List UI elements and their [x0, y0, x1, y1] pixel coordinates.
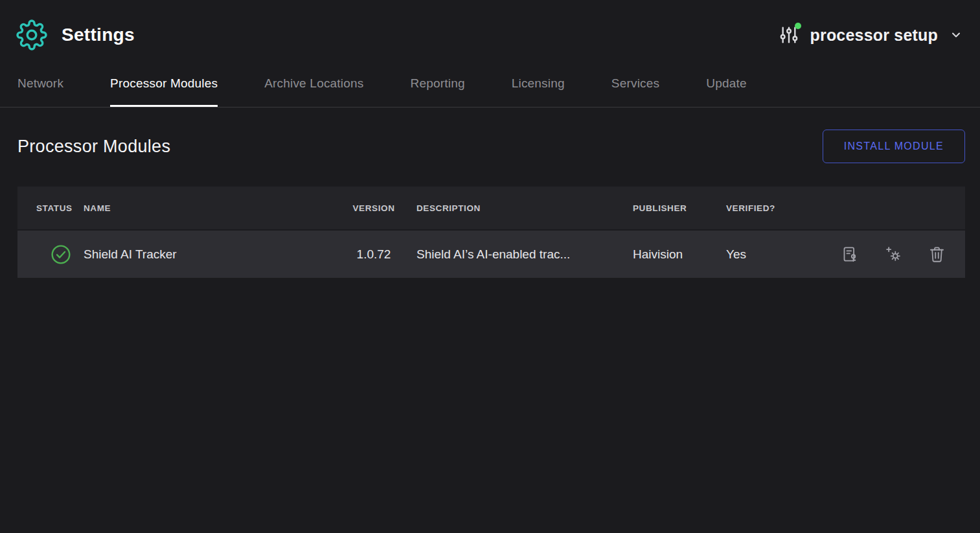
install-module-button[interactable]: INSTALL MODULE	[823, 130, 965, 163]
online-status-dot	[795, 23, 801, 29]
column-header-status: STATUS	[17, 203, 84, 213]
column-header-publisher: PUBLISHER	[633, 203, 726, 213]
header: Settings processor setup	[0, 0, 980, 67]
table-row: Shield AI Tracker 1.0.72 Shield AI’s AI-…	[17, 231, 965, 278]
tab-network[interactable]: Network	[17, 76, 63, 107]
processor-setup-label: processor setup	[810, 26, 938, 45]
settings-gear-icon	[16, 19, 47, 51]
module-actions	[841, 245, 965, 263]
module-version: 1.0.72	[348, 247, 400, 262]
page-head: Processor Modules INSTALL MODULE	[0, 108, 980, 163]
tab-reporting[interactable]: Reporting	[411, 76, 465, 107]
trash-icon[interactable]	[928, 245, 946, 263]
settings-tabs: Network Processor Modules Archive Locati…	[0, 67, 980, 108]
tab-update[interactable]: Update	[706, 76, 746, 107]
module-name: Shield AI Tracker	[84, 247, 348, 262]
tab-archive-locations[interactable]: Archive Locations	[264, 76, 363, 107]
module-settings-icon[interactable]	[885, 245, 902, 263]
table-header-row: STATUS NAME VERSION DESCRIPTION PUBLISHE…	[17, 187, 965, 231]
column-header-description: DESCRIPTION	[416, 203, 633, 213]
tab-processor-modules[interactable]: Processor Modules	[110, 76, 218, 107]
sliders-icon	[779, 24, 799, 46]
modules-table: STATUS NAME VERSION DESCRIPTION PUBLISHE…	[17, 187, 965, 278]
column-header-name: NAME	[84, 203, 348, 213]
column-header-verified: VERIFIED?	[726, 203, 804, 213]
app-title: Settings	[62, 25, 135, 45]
tab-licensing[interactable]: Licensing	[512, 76, 565, 107]
module-publisher: Haivision	[633, 247, 726, 262]
processor-setup-menu[interactable]: processor setup	[779, 24, 963, 46]
check-circle-icon	[51, 244, 71, 265]
header-left: Settings	[16, 19, 135, 51]
page-title: Processor Modules	[17, 137, 170, 157]
module-description: Shield AI’s AI-enabled trac...	[416, 247, 633, 262]
chevron-down-icon	[950, 28, 963, 41]
module-verified: Yes	[726, 247, 804, 262]
module-status-cell	[17, 244, 84, 265]
tab-services[interactable]: Services	[611, 76, 659, 107]
column-header-version: VERSION	[348, 203, 400, 213]
license-document-icon[interactable]	[841, 245, 859, 263]
settings-page: Settings processor setup	[0, 0, 980, 533]
